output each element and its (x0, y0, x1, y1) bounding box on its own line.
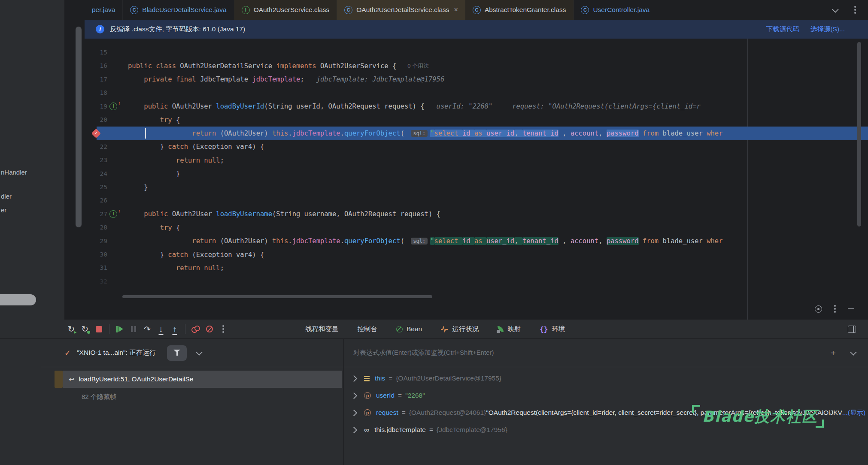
chevron-right-icon[interactable] (351, 409, 358, 416)
code-line[interactable]: 15 (85, 46, 868, 59)
step-over-icon[interactable]: ↷ (140, 323, 154, 335)
line-number[interactable]: 28 (85, 221, 107, 234)
chevron-down-icon[interactable] (196, 349, 203, 356)
mute-breakpoints-icon[interactable] (203, 323, 216, 335)
more-icon[interactable] (216, 323, 230, 335)
token: tenant_id (522, 237, 558, 245)
token: return null (176, 157, 220, 164)
download-sources-link[interactable]: 下载源代码 (766, 25, 799, 34)
line-number[interactable]: 17 (85, 73, 107, 86)
token: " (430, 237, 434, 245)
code-line[interactable]: 22 } catch (Exception var4) { (85, 140, 868, 154)
code-line[interactable]: 18 (85, 86, 868, 100)
line-number[interactable]: 27 (85, 208, 107, 221)
close-icon[interactable]: × (454, 6, 458, 14)
debug-tab-线程和变量[interactable]: 线程和变量 (305, 325, 339, 334)
line-number[interactable]: 31 (85, 261, 107, 275)
variable-row[interactable]: ∞this.jdbcTemplate={JdbcTemplate@17956} (344, 421, 868, 438)
line-number[interactable]: 23 (85, 154, 107, 167)
code-line[interactable]: 20 try { (85, 113, 868, 127)
chevron-right-icon[interactable] (351, 375, 358, 382)
editor-tab[interactable]: CAbstractTokenGranter.class (465, 0, 574, 20)
chevron-right-icon[interactable] (351, 392, 358, 399)
resume-icon[interactable] (113, 323, 127, 335)
variable-row[interactable]: puserId="2268" (344, 387, 868, 404)
show-more-link[interactable]: ...(显示) (842, 408, 865, 417)
code-line[interactable]: 32 (85, 275, 868, 288)
token: public class (128, 62, 180, 70)
class-icon: C (473, 6, 481, 14)
code-line[interactable]: 25 } (85, 181, 868, 194)
token: { (176, 116, 180, 124)
token: ; (220, 264, 224, 272)
impl-method-icon[interactable]: I (109, 103, 117, 110)
editor-tab[interactable]: per.java (85, 0, 123, 20)
breakpoint-icon[interactable] (92, 130, 100, 137)
layout-icon[interactable] (848, 326, 856, 333)
code-line[interactable]: 28 try { (85, 221, 868, 234)
tab-label: per.java (92, 6, 115, 14)
line-number[interactable]: 30 (85, 248, 107, 261)
editor-tab[interactable]: CUserController.java (574, 0, 657, 20)
variable-row[interactable]: this={OAuth2UserDetailService@17955} (344, 370, 868, 387)
minimize-icon[interactable] (848, 308, 854, 309)
line-number[interactable]: 22 (85, 140, 107, 154)
vertical-scrollbar[interactable] (857, 42, 861, 226)
line-number[interactable]: 19 (85, 100, 107, 113)
stop-icon[interactable] (92, 323, 106, 335)
code-line[interactable]: 31 return null; (85, 261, 868, 275)
step-into-icon[interactable]: ↓ (154, 323, 168, 335)
horizontal-scrollbar[interactable] (122, 295, 432, 298)
stack-frame-item[interactable]: ↩ loadByUserId:51, OAuth2UserDetailSe (63, 371, 342, 388)
thread-selector-row[interactable]: ✓ "XNIO-1 ta...ain": 正在运行 (41, 339, 343, 367)
code-line[interactable]: return (OAuth2User) this.jdbcTemplate.qu… (85, 127, 868, 140)
debug-tab-映射[interactable]: 映射 (498, 325, 521, 334)
view-breakpoints-icon[interactable] (189, 323, 203, 335)
code-line[interactable]: 27I public OAuth2User loadByUsername(Str… (85, 208, 868, 221)
choose-sources-link[interactable]: 选择源(S)... (810, 25, 845, 34)
variable-row[interactable]: prequest={OAuth2Request@24061} "OAuth2Re… (344, 404, 868, 421)
code-line[interactable]: 23 return null; (85, 154, 868, 167)
code-line[interactable]: 19I public OAuth2User loadByUserId(Strin… (85, 100, 868, 113)
collapsed-panel-handle[interactable] (0, 294, 36, 305)
line-number[interactable]: 16 (85, 59, 107, 72)
editor-tab[interactable]: COAuth2UserDetailService.class× (337, 0, 465, 20)
watch-input-row[interactable]: 对表达式求值(Enter)或添加监视(Ctrl+Shift+Enter) + (344, 339, 868, 367)
code-line[interactable]: 16public class OAuth2UserDetailService i… (85, 59, 868, 72)
pause-icon[interactable] (127, 323, 140, 335)
attach-target-icon[interactable] (815, 305, 822, 313)
editor-tab[interactable]: IOAuth2UserService.class (234, 0, 337, 20)
line-number[interactable]: 29 (85, 235, 107, 248)
debug-tab-运行状况[interactable]: 运行状况 (441, 325, 479, 334)
rerun-debug-icon[interactable]: ↻ (78, 323, 92, 335)
line-number[interactable]: 26 (85, 194, 107, 207)
code-editor[interactable]: 1516public class OAuth2UserDetailService… (85, 39, 868, 298)
line-number[interactable]: 18 (85, 86, 107, 100)
code-line[interactable]: 30 } catch (Exception var4) { (85, 248, 868, 261)
line-number[interactable]: 24 (85, 167, 107, 181)
editor-tab[interactable]: CBladeUserDetailService.java (123, 0, 234, 20)
line-number[interactable]: 32 (85, 275, 107, 288)
add-watch-icon[interactable]: + (831, 348, 836, 357)
chevron-down-icon[interactable] (850, 349, 857, 356)
debug-tab-控制台[interactable]: 控制台 (358, 325, 378, 334)
debug-tab-环境[interactable]: {}环境 (540, 325, 565, 334)
line-number[interactable]: 15 (85, 46, 107, 59)
chevron-right-icon[interactable] (351, 426, 358, 433)
code-line[interactable]: 29 return (OAuth2User) this.jdbcTemplate… (85, 235, 868, 248)
debug-tab-Bean[interactable]: Bean (396, 325, 422, 333)
code-line[interactable]: 17 private final JdbcTemplate jdbcTempla… (85, 73, 868, 86)
more-icon[interactable] (854, 9, 856, 11)
hidden-frames-label[interactable]: 82 个隐藏帧 (82, 393, 343, 401)
impl-method-icon[interactable]: I (109, 210, 117, 218)
chevron-down-icon[interactable] (832, 6, 839, 13)
code-line[interactable]: 24 } (85, 167, 868, 181)
filter-frames-button[interactable] (167, 345, 187, 361)
more-icon[interactable] (834, 308, 836, 310)
line-number[interactable]: 20 (85, 113, 107, 127)
panel-scrollbar-thumb[interactable] (76, 27, 82, 227)
step-out-icon[interactable]: ↑ (168, 323, 182, 335)
line-number[interactable]: 25 (85, 181, 107, 194)
code-line[interactable]: 26 (85, 194, 868, 207)
rerun-icon[interactable]: ↻▶ (64, 323, 78, 335)
